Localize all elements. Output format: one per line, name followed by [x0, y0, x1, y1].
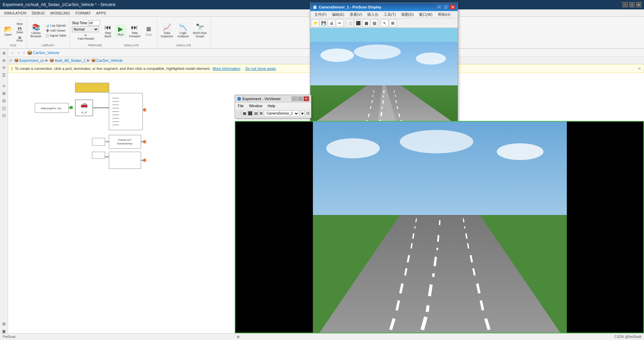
prescan-menu-view[interactable]: 查看(V)	[347, 11, 365, 18]
toolbar-btn-8[interactable]: ▤	[371, 19, 378, 27]
menu-format[interactable]: FORMAT	[73, 10, 93, 16]
menu-simulation[interactable]: SIMULATION	[1, 10, 29, 16]
open-button[interactable]: 📂 Open	[2, 24, 14, 37]
mode-select[interactable]: Normal Accelerator Rapid Accelerator	[72, 26, 99, 32]
library-browser-button[interactable]: 📚 LibraryBrowser	[29, 23, 43, 39]
prescan-window-icon: 🖥	[312, 5, 317, 10]
breadcrumb-item-1[interactable]: 📦 Experiment_cs	[14, 58, 44, 62]
sidebar-btn-5[interactable]: ≡	[1, 83, 7, 89]
stop-time-input[interactable]	[88, 20, 100, 26]
toolbar-btn-10[interactable]: ⊞	[389, 19, 396, 27]
step-back-icon: ⏮	[105, 24, 111, 31]
prescan-menu-window[interactable]: 窗口(W)	[416, 11, 435, 18]
vis-menu-file[interactable]: File	[235, 104, 247, 108]
minimize-button[interactable]: −	[622, 2, 628, 7]
vis-sensor-dropdown[interactable]: CameraSensor_1	[264, 111, 299, 117]
sidebar-btn-7[interactable]: ⊟	[1, 98, 7, 104]
birds-eye-icon: 🔭	[196, 24, 204, 31]
sidebar-btn-8[interactable]: ◫	[1, 105, 7, 111]
data-inspector-label: DataInspector	[161, 31, 173, 38]
prescan-menu-file[interactable]: 文件(F)	[312, 11, 329, 18]
step-back-button[interactable]: ⏮ StepBack	[102, 23, 114, 39]
main-status-bar: PreScan CSDN @NeilSwift	[0, 333, 644, 340]
vis-tool-7[interactable]: ⊡	[305, 111, 310, 117]
step-forward-icon: ⏭	[131, 24, 138, 31]
menu-modeling[interactable]: MODELING	[48, 10, 73, 16]
nav-forward[interactable]: →	[16, 50, 22, 55]
nav-up[interactable]: ↑	[22, 50, 26, 55]
prescan-minimize-button[interactable]: −	[436, 4, 442, 10]
visviewer-window: ⬤ Experiment - VisViewer − □ ✕ File Wind…	[235, 95, 311, 118]
fast-restart-button[interactable]: ⟳ Fast Restart	[72, 33, 100, 41]
signal-table-button[interactable]: 📋 Signal Table	[44, 33, 68, 38]
breadcrumb-current[interactable]: 📦 CarSim_Vehicle	[27, 50, 59, 55]
close-button[interactable]: ✕	[636, 2, 641, 7]
large-road-scene	[235, 122, 643, 333]
toolbar-btn-3[interactable]: 🖨	[328, 19, 335, 27]
prescan-menu-view2[interactable]: 视图(D)	[399, 11, 416, 18]
vis-tool-1[interactable]: ⬜	[236, 111, 241, 117]
nav-back[interactable]: ←	[10, 50, 15, 55]
visviewer-close[interactable]: ✕	[304, 96, 309, 101]
save-button[interactable]: 💾 Save	[15, 27, 25, 35]
step-forward-button[interactable]: ⏭ StepForward	[127, 23, 142, 39]
vis-tool-5[interactable]: ⊞	[259, 111, 264, 117]
data-inspector-button[interactable]: 📈 DataInspector	[159, 23, 175, 39]
stop-button[interactable]: ⏹ Stop	[143, 24, 155, 37]
prescan-close-button[interactable]: ✕	[450, 4, 456, 10]
breadcrumb-item-3[interactable]: 📦 CarSim_Vehicle	[91, 58, 123, 62]
prescan-menu-tools[interactable]: 工具(T)	[381, 11, 399, 18]
vis-tool-6[interactable]: ▼	[300, 111, 305, 117]
visviewer-maximize[interactable]: □	[298, 96, 303, 101]
toolbar-btn-6[interactable]: ⬛	[354, 19, 362, 27]
vis-tool-4[interactable]: ▤	[254, 111, 258, 117]
print-button[interactable]: 🖨️ Print	[15, 35, 25, 43]
info-close-button[interactable]: ✕	[638, 67, 641, 71]
toolbar-btn-4[interactable]: ✂	[336, 19, 343, 27]
sidebar-btn-3[interactable]: ⟳	[1, 65, 7, 71]
visviewer-minimize[interactable]: −	[292, 96, 297, 101]
run-button[interactable]: ▶ Run	[115, 24, 127, 37]
visviewer-controls: − □ ✕	[292, 96, 309, 101]
sidebar-btn-9[interactable]: ⊡	[1, 113, 7, 119]
toolbar-btn-7[interactable]: ▦	[363, 19, 370, 27]
prescan-block	[109, 135, 141, 148]
toolbar-btn-5[interactable]: ⬜	[346, 19, 354, 27]
info-icon: ℹ	[11, 66, 13, 71]
large-vis-area	[235, 121, 644, 333]
vis-tool-3[interactable]: ⬛	[248, 111, 253, 117]
more-info-link[interactable]: More information	[213, 67, 240, 71]
vis-tool-2[interactable]: ▦	[242, 111, 247, 117]
prescan-menu-help[interactable]: 帮助(H)	[435, 11, 453, 18]
new-button[interactable]: 📄 New	[15, 18, 25, 26]
vis-menu-help[interactable]: Help	[265, 104, 278, 108]
black-right	[567, 122, 643, 333]
prescan-menu-edit[interactable]: 编辑(E)	[329, 11, 347, 18]
logic-analyzer-button[interactable]: 📉 LogicAnalyzer	[176, 23, 191, 39]
do-not-show-link[interactable]: Do not show again	[245, 67, 276, 71]
info-text: To create a connection, click a port, te…	[15, 67, 211, 71]
sidebar-btn-bottom-1[interactable]: ⊞	[1, 321, 7, 327]
toolbar-btn-1[interactable]: 📁	[312, 19, 319, 27]
run-icon: ▶	[118, 25, 123, 33]
prescan-maximize-button[interactable]: □	[443, 4, 449, 10]
toolbar-btn-2[interactable]: 💾	[320, 19, 327, 27]
add-viewer-button[interactable]: ➕ Add Viewer	[44, 28, 68, 33]
breadcrumb-item-2[interactable]: 📦 Audi_A8_Sedan_1	[49, 58, 86, 62]
maximize-button[interactable]: □	[629, 2, 635, 7]
orange-port-2	[143, 140, 146, 143]
sidebar-btn-1[interactable]: ⊕	[1, 50, 7, 56]
prescan-menu-insert[interactable]: 插入(I)	[365, 11, 381, 18]
menu-apps[interactable]: APPS	[93, 10, 109, 16]
sidebar-btn-6[interactable]: ⊞	[1, 90, 7, 96]
simulate-buttons: 📈 DataInspector 📉 LogicAnalyzer 🔭 Bird's…	[159, 18, 209, 43]
sidebar-btn-4[interactable]: ☰	[1, 72, 7, 78]
birds-eye-button[interactable]: 🔭 Bird's-EyeScope	[191, 23, 209, 39]
input-block-3	[92, 152, 105, 159]
menu-debug[interactable]: DEBUG	[29, 10, 47, 16]
vis-menu-window[interactable]: Window	[247, 104, 265, 108]
toolbar-btn-9[interactable]: ↖	[381, 19, 388, 27]
sidebar-btn-2[interactable]: ⊖	[1, 57, 7, 63]
log-signals-button[interactable]: 📊 Log Signals	[44, 23, 68, 28]
prepare-group-label: PREPARE SIMULATE	[88, 44, 139, 47]
